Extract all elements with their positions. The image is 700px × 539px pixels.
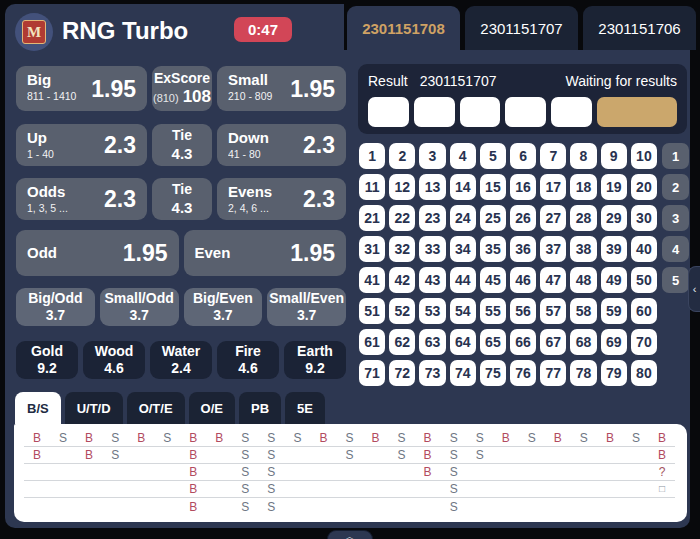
bet-button-odd[interactable]: Odd1.95	[16, 230, 179, 276]
bet-button-even[interactable]: Even1.95	[184, 230, 347, 276]
number-cell-67[interactable]: 67	[540, 329, 566, 355]
number-cell-60[interactable]: 60	[631, 298, 657, 324]
history-tab-o-e[interactable]: O/E	[189, 392, 235, 424]
number-cell-19[interactable]: 19	[601, 174, 627, 200]
number-cell-22[interactable]: 22	[389, 205, 415, 231]
number-cell-45[interactable]: 45	[480, 267, 506, 293]
number-cell-42[interactable]: 42	[389, 267, 415, 293]
bet-button-water[interactable]: Water2.4	[150, 341, 212, 379]
history-tab-o-t-e[interactable]: O/T/E	[127, 392, 185, 424]
row-bet-button-2[interactable]: 2	[662, 174, 689, 200]
number-cell-32[interactable]: 32	[389, 236, 415, 262]
number-cell-38[interactable]: 38	[570, 236, 596, 262]
number-cell-3[interactable]: 3	[419, 143, 445, 169]
number-cell-28[interactable]: 28	[570, 205, 596, 231]
number-cell-36[interactable]: 36	[510, 236, 536, 262]
bet-button-big[interactable]: Big811 - 14101.95	[16, 66, 147, 111]
number-cell-57[interactable]: 57	[540, 298, 566, 324]
number-cell-58[interactable]: 58	[570, 298, 596, 324]
bet-button-tie[interactable]: Tie4.3	[152, 124, 212, 166]
number-cell-31[interactable]: 31	[359, 236, 385, 262]
number-cell-73[interactable]: 73	[419, 360, 445, 386]
number-cell-10[interactable]: 10	[631, 143, 657, 169]
number-cell-1[interactable]: 1	[359, 143, 385, 169]
number-cell-4[interactable]: 4	[450, 143, 476, 169]
number-cell-12[interactable]: 12	[389, 174, 415, 200]
number-cell-40[interactable]: 40	[631, 236, 657, 262]
number-cell-44[interactable]: 44	[450, 267, 476, 293]
pull-up-handle[interactable]: ︿	[327, 530, 373, 539]
number-cell-55[interactable]: 55	[480, 298, 506, 324]
history-tab-pb[interactable]: PB	[239, 392, 281, 424]
bet-button-gold[interactable]: Gold9.2	[16, 341, 78, 379]
number-cell-69[interactable]: 69	[601, 329, 627, 355]
number-cell-20[interactable]: 20	[631, 174, 657, 200]
number-cell-17[interactable]: 17	[540, 174, 566, 200]
number-cell-43[interactable]: 43	[419, 267, 445, 293]
round-tab-2301151707[interactable]: 2301151707	[465, 6, 578, 50]
number-cell-16[interactable]: 16	[510, 174, 536, 200]
row-bet-button-3[interactable]: 3	[662, 205, 689, 231]
number-cell-39[interactable]: 39	[601, 236, 627, 262]
number-cell-37[interactable]: 37	[540, 236, 566, 262]
bet-button-tie[interactable]: Tie4.3	[152, 178, 212, 220]
number-cell-54[interactable]: 54	[450, 298, 476, 324]
bet-button-small-odd[interactable]: Small/Odd3.7	[100, 288, 179, 326]
number-cell-27[interactable]: 27	[540, 205, 566, 231]
number-cell-30[interactable]: 30	[631, 205, 657, 231]
number-cell-56[interactable]: 56	[510, 298, 536, 324]
bet-button-earth[interactable]: Earth9.2	[284, 341, 346, 379]
number-cell-33[interactable]: 33	[419, 236, 445, 262]
bet-button-down[interactable]: Down41 - 802.3	[217, 124, 346, 166]
number-cell-63[interactable]: 63	[419, 329, 445, 355]
number-cell-76[interactable]: 76	[510, 360, 536, 386]
number-cell-74[interactable]: 74	[450, 360, 476, 386]
history-tab-u-t-d[interactable]: U/T/D	[65, 392, 123, 424]
number-cell-77[interactable]: 77	[540, 360, 566, 386]
number-cell-21[interactable]: 21	[359, 205, 385, 231]
bet-button-evens[interactable]: Evens2, 4, 6 ...2.3	[217, 178, 346, 220]
number-cell-62[interactable]: 62	[389, 329, 415, 355]
number-cell-9[interactable]: 9	[601, 143, 627, 169]
bet-button-big-odd[interactable]: Big/Odd3.7	[16, 288, 95, 326]
number-cell-6[interactable]: 6	[510, 143, 536, 169]
number-cell-14[interactable]: 14	[450, 174, 476, 200]
number-cell-29[interactable]: 29	[601, 205, 627, 231]
number-cell-23[interactable]: 23	[419, 205, 445, 231]
number-cell-25[interactable]: 25	[480, 205, 506, 231]
bet-button-small-even[interactable]: Small/Even3.7	[267, 288, 346, 326]
number-cell-51[interactable]: 51	[359, 298, 385, 324]
bet-button-wood[interactable]: Wood4.6	[83, 341, 145, 379]
bet-button-odds[interactable]: Odds1, 3, 5 ...2.3	[16, 178, 147, 220]
history-tab-5e[interactable]: 5E	[285, 392, 325, 424]
number-cell-61[interactable]: 61	[359, 329, 385, 355]
round-tab-2301151708[interactable]: 2301151708	[347, 6, 460, 50]
number-cell-8[interactable]: 8	[570, 143, 596, 169]
number-cell-35[interactable]: 35	[480, 236, 506, 262]
row-bet-button-4[interactable]: 4	[662, 236, 689, 262]
bet-button-small[interactable]: Small210 - 8091.95	[217, 66, 346, 111]
number-cell-46[interactable]: 46	[510, 267, 536, 293]
number-cell-65[interactable]: 65	[480, 329, 506, 355]
bet-button-big-even[interactable]: Big/Even3.7	[184, 288, 263, 326]
number-cell-47[interactable]: 47	[540, 267, 566, 293]
row-bet-button-1[interactable]: 1	[662, 143, 689, 169]
number-cell-11[interactable]: 11	[359, 174, 385, 200]
number-cell-59[interactable]: 59	[601, 298, 627, 324]
round-tab-2301151706[interactable]: 2301151706	[583, 6, 696, 50]
number-cell-49[interactable]: 49	[601, 267, 627, 293]
number-cell-48[interactable]: 48	[570, 267, 596, 293]
number-cell-24[interactable]: 24	[450, 205, 476, 231]
row-bet-button-5[interactable]: 5	[662, 267, 689, 293]
number-cell-79[interactable]: 79	[601, 360, 627, 386]
number-cell-18[interactable]: 18	[570, 174, 596, 200]
number-cell-41[interactable]: 41	[359, 267, 385, 293]
number-cell-7[interactable]: 7	[540, 143, 566, 169]
number-cell-52[interactable]: 52	[389, 298, 415, 324]
number-cell-66[interactable]: 66	[510, 329, 536, 355]
collapse-panel-handle[interactable]: ‹	[688, 266, 700, 312]
bet-button-up[interactable]: Up1 - 402.3	[16, 124, 147, 166]
number-cell-50[interactable]: 50	[631, 267, 657, 293]
number-cell-71[interactable]: 71	[359, 360, 385, 386]
number-cell-2[interactable]: 2	[389, 143, 415, 169]
